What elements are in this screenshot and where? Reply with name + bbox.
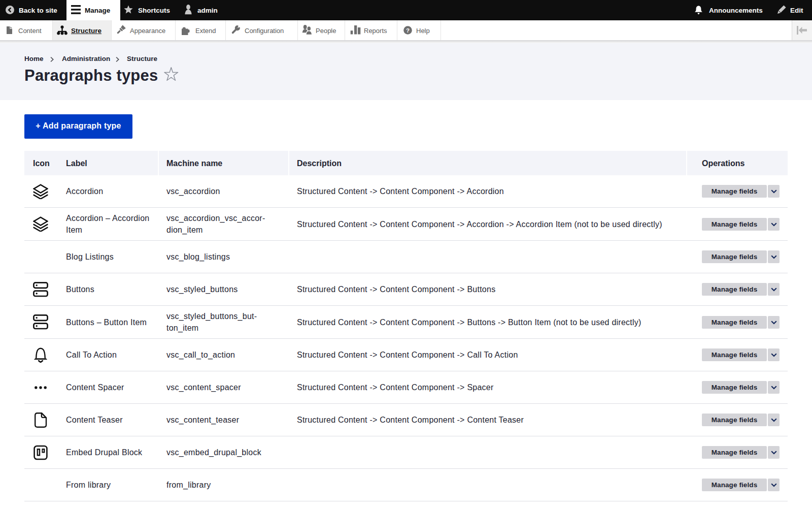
svg-text:?: ? xyxy=(406,27,410,34)
